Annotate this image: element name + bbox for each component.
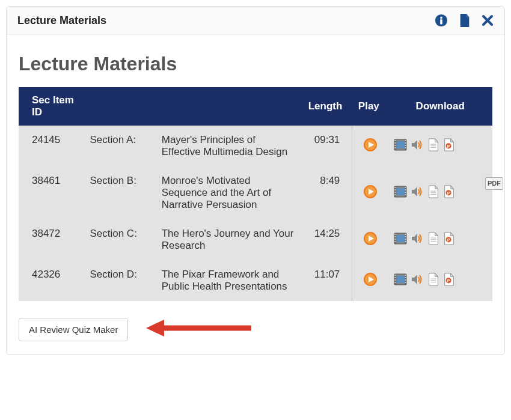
download-document-icon[interactable]: [427, 185, 439, 201]
document-icon[interactable]: [459, 14, 471, 27]
cell-id: 38472: [19, 219, 84, 260]
col-section-header: [84, 87, 155, 126]
play-icon[interactable]: [363, 278, 378, 289]
panel-body: Lecture Materials Sec Item ID Length Pla…: [7, 35, 504, 355]
svg-rect-11: [395, 142, 396, 144]
download-video-icon[interactable]: [394, 138, 407, 154]
svg-marker-60: [412, 234, 417, 243]
pdf-badge[interactable]: PDF: [485, 177, 503, 190]
panel-actions: [435, 14, 494, 27]
cell-title: Mayer's Principles of Effective Multimed…: [156, 126, 302, 166]
play-icon[interactable]: [363, 143, 378, 154]
svg-rect-10: [395, 140, 396, 141]
svg-rect-33: [395, 192, 396, 193]
cell-id: 38461: [19, 166, 84, 219]
svg-rect-2: [440, 19, 442, 24]
download-slides-icon[interactable]: P: [443, 138, 455, 154]
download-video-icon[interactable]: [394, 232, 407, 248]
cell-section: Section C:: [84, 219, 155, 260]
info-icon[interactable]: [435, 14, 448, 27]
panel-header: Lecture Materials: [7, 7, 504, 35]
download-video-icon[interactable]: [394, 273, 407, 289]
col-length-header: Length: [302, 87, 352, 126]
play-icon[interactable]: [363, 237, 378, 248]
svg-rect-58: [405, 239, 406, 240]
svg-rect-35: [405, 187, 406, 188]
cell-section: Section D:: [84, 260, 155, 301]
svg-point-1: [440, 17, 442, 19]
close-icon[interactable]: [482, 14, 494, 26]
download-slides-icon[interactable]: P: [443, 273, 455, 289]
svg-rect-77: [405, 275, 406, 276]
col-id-header: Sec Item ID: [19, 87, 84, 126]
svg-rect-17: [405, 147, 406, 148]
svg-rect-7: [396, 141, 405, 148]
svg-rect-79: [405, 279, 406, 281]
svg-rect-59: [405, 241, 406, 242]
cell-length: 14:25: [302, 219, 352, 260]
cell-title: The Hero's Journey and Your Research: [156, 219, 302, 260]
svg-rect-14: [405, 140, 406, 141]
play-icon[interactable]: [363, 190, 378, 201]
download-document-icon[interactable]: [427, 232, 439, 248]
svg-rect-36: [405, 189, 406, 190]
materials-table-wrap: Sec Item ID Length Play Download 24145Se…: [19, 87, 492, 301]
svg-text:P: P: [447, 190, 450, 195]
svg-rect-28: [396, 188, 405, 195]
panel-title: Lecture Materials: [17, 14, 435, 27]
svg-marker-18: [412, 140, 417, 150]
col-download-header: Download: [388, 87, 492, 126]
svg-marker-88: [146, 320, 164, 336]
arrow-annotation-icon: [146, 316, 254, 342]
svg-rect-13: [395, 147, 396, 148]
cell-id: 24145: [19, 126, 84, 166]
svg-rect-55: [395, 241, 396, 242]
svg-rect-73: [395, 275, 396, 276]
download-slides-icon[interactable]: P: [443, 185, 455, 201]
svg-rect-37: [405, 192, 406, 193]
lecture-materials-panel: Lecture Materials Lecture Materials Sec …: [6, 6, 505, 355]
download-video-icon[interactable]: [394, 185, 407, 201]
download-audio-icon[interactable]: [411, 232, 424, 248]
cell-title: Monroe's Motivated Sequence and the Art …: [156, 166, 302, 219]
download-audio-icon[interactable]: [411, 138, 424, 154]
col-play-header: Play: [352, 87, 388, 126]
svg-rect-78: [405, 277, 406, 278]
table-row: 38472Section C:The Hero's Journey and Yo…: [19, 219, 492, 260]
svg-rect-54: [395, 239, 396, 240]
svg-rect-56: [405, 234, 406, 235]
svg-text:P: P: [447, 143, 450, 148]
svg-rect-52: [395, 234, 396, 235]
download-document-icon[interactable]: [427, 273, 439, 289]
cell-length: 8:49: [302, 166, 352, 219]
svg-rect-76: [395, 282, 396, 283]
download-slides-icon[interactable]: P: [443, 232, 455, 248]
svg-marker-81: [412, 275, 417, 284]
svg-rect-49: [396, 235, 405, 242]
svg-rect-34: [395, 194, 396, 195]
svg-rect-12: [395, 145, 396, 146]
download-document-icon[interactable]: [427, 138, 439, 154]
svg-rect-70: [396, 276, 405, 283]
footer-row: AI Review Quiz Maker: [19, 316, 492, 342]
cell-length: 09:31: [302, 126, 352, 166]
svg-rect-38: [405, 194, 406, 195]
svg-text:P: P: [447, 278, 450, 283]
svg-rect-15: [405, 142, 406, 144]
table-row: 42326Section D:The Pixar Framework and P…: [19, 260, 492, 301]
cell-title: The Pixar Framework and Public Health Pr…: [156, 260, 302, 301]
cell-length: 11:07: [302, 260, 352, 301]
cell-section: Section B:: [84, 166, 155, 219]
cell-id: 42326: [19, 260, 84, 301]
ai-quiz-maker-button[interactable]: AI Review Quiz Maker: [19, 318, 128, 341]
table-row: 24145Section A:Mayer's Principles of Eff…: [19, 126, 492, 166]
svg-marker-39: [412, 187, 417, 196]
download-audio-icon[interactable]: [411, 185, 424, 201]
svg-rect-31: [395, 187, 396, 188]
svg-rect-57: [405, 236, 406, 237]
svg-rect-75: [395, 279, 396, 281]
download-audio-icon[interactable]: [411, 273, 424, 289]
svg-rect-80: [405, 282, 406, 283]
col-title-header: [156, 87, 302, 126]
table-row: 38461Section B:Monroe's Motivated Sequen…: [19, 166, 492, 219]
